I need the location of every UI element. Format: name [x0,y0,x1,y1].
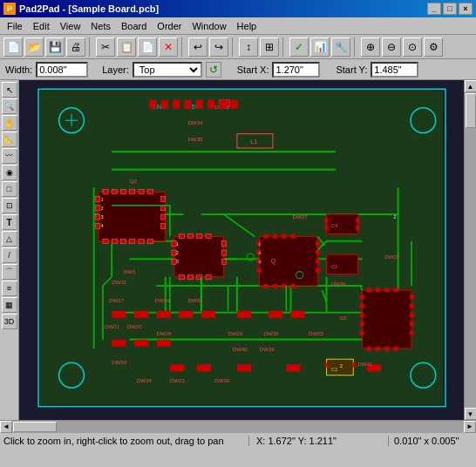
tool-trace[interactable]: 〰 [2,148,17,164]
svg-rect-30 [96,206,100,211]
minimize-button[interactable]: _ [427,3,441,15]
copy-button[interactable]: 📋 [117,37,136,57]
menu-help[interactable]: Help [232,19,262,33]
zoom-fit-button[interactable]: ⊙ [403,37,422,57]
svg-rect-148 [359,304,364,308]
svg-text:DW31: DW31 [112,279,127,285]
menu-window[interactable]: Window [187,19,231,33]
check-button[interactable]: ✓ [289,37,309,57]
menu-board[interactable]: Board [116,19,152,33]
hscroll-thumb[interactable] [13,422,57,432]
svg-rect-140 [273,284,277,288]
svg-rect-153 [410,304,414,308]
start-y-input[interactable] [371,62,418,78]
svg-rect-2 [40,91,443,404]
tool-pan[interactable]: ✋ [2,115,17,131]
svg-rect-61 [187,234,193,239]
svg-rect-39 [103,240,108,244]
menu-view[interactable]: View [55,19,86,33]
svg-rect-92 [237,311,251,318]
status-coords: X: 1.672" Y: 1.211" [249,436,389,446]
start-x-input[interactable] [272,62,320,78]
left-toolbar: ↖ 🔍 ✋ 📐 〰 ◉ □ ⊡ T △ / ⌒ ≡ ▦ 3D [0,80,19,420]
svg-text:3: 3 [101,214,104,220]
svg-rect-32 [96,223,100,228]
svg-rect-28 [99,192,166,240]
svg-text:2: 2 [393,214,396,220]
scroll-right-button[interactable]: ► [464,421,476,433]
width-input[interactable] [36,62,88,78]
tool-measure[interactable]: 📐 [2,132,17,147]
maximize-button[interactable]: □ [443,3,457,15]
refresh-icon[interactable]: ↺ [206,62,221,78]
title-bar: P Pad2Pad - [Sample Board.pcb] _ □ × [0,0,476,17]
zoom-options-button[interactable]: ⚙ [424,37,443,57]
svg-rect-60 [179,234,184,239]
tool-line[interactable]: / [2,247,17,263]
open-button[interactable]: 📂 [24,37,44,57]
print-button[interactable]: 🖨 [66,37,85,57]
scroll-up-button[interactable]: ▲ [465,80,477,92]
svg-rect-59 [221,259,226,264]
svg-rect-98 [170,364,184,371]
svg-rect-139 [264,284,269,288]
svg-rect-164 [393,347,398,351]
svg-rect-150 [359,321,364,326]
start-y-label: Start Y: [336,64,367,75]
pcb-canvas-area[interactable]: GND +5V DW31 DW34 DW33 L1 Q2 [19,80,464,420]
svg-text:DW21: DW21 [170,377,186,383]
svg-rect-47 [161,214,166,220]
tool-3d[interactable]: 3D [2,314,17,329]
menu-nets[interactable]: Nets [85,19,116,33]
svg-rect-41 [120,240,126,244]
menu-order[interactable]: Order [152,19,187,33]
cut-button[interactable]: ✂ [96,37,115,57]
svg-text:DW26: DW26 [228,330,244,336]
svg-rect-95 [112,340,126,347]
scroll-down-button[interactable]: ▼ [465,408,477,420]
tool-shape[interactable]: △ [2,231,17,247]
svg-rect-149 [359,313,364,317]
tool-arc[interactable]: ⌒ [2,264,17,280]
scroll-track[interactable] [465,92,477,408]
scroll-left-button[interactable]: ◄ [0,421,12,433]
save-button[interactable]: 💾 [45,37,65,57]
tool-component[interactable]: ⊡ [2,198,17,213]
zoom-out-button[interactable]: ⊖ [382,37,401,57]
horizontal-scrollbar[interactable]: ◄ ► [0,420,476,432]
tool-zoom[interactable]: 🔍 [2,98,17,114]
status-bar: Click to zoom in, right-click to zoom ou… [0,432,476,448]
paste-button[interactable]: 📄 [138,37,157,57]
tool-arrow[interactable]: ↖ [2,82,17,98]
status-grid: 0.010" x 0.005" [389,436,476,446]
redo-button[interactable]: ↪ [209,37,228,57]
tool-fill[interactable]: ▦ [2,297,17,313]
svg-rect-166 [161,100,168,109]
tool-layers[interactable]: ≡ [2,281,17,296]
svg-text:2: 2 [101,206,104,211]
tool-via[interactable]: ◉ [2,165,17,180]
undo-button[interactable]: ↩ [188,37,207,57]
delete-button[interactable]: ✕ [159,37,178,57]
svg-rect-130 [256,268,261,273]
pcb-view[interactable]: GND +5V DW31 DW34 DW33 L1 Q2 [19,80,464,420]
menu-edit[interactable]: Edit [28,19,55,33]
menu-file[interactable]: File [2,19,28,33]
svg-rect-29 [96,196,100,201]
flip-button[interactable]: ↕ [239,37,258,57]
layer-select[interactable]: Top Bottom [133,62,202,78]
tool-pad[interactable]: □ [2,181,17,197]
zoom-in-button[interactable]: ⊕ [361,37,380,57]
hscroll-track[interactable] [12,421,464,433]
svg-rect-62 [197,234,202,239]
settings-button[interactable]: 🔧 [331,37,350,57]
tool-text[interactable]: T [2,214,17,230]
vertical-scrollbar[interactable]: ▲ ▼ [464,80,476,420]
group-button[interactable]: ⊞ [260,37,279,57]
close-button[interactable]: × [459,3,473,15]
new-button[interactable]: 📄 [3,37,23,57]
svg-text:4: 4 [101,223,104,228]
svg-rect-157 [367,288,371,292]
scroll-thumb[interactable] [466,93,476,128]
chart-button[interactable]: 📊 [310,37,330,57]
